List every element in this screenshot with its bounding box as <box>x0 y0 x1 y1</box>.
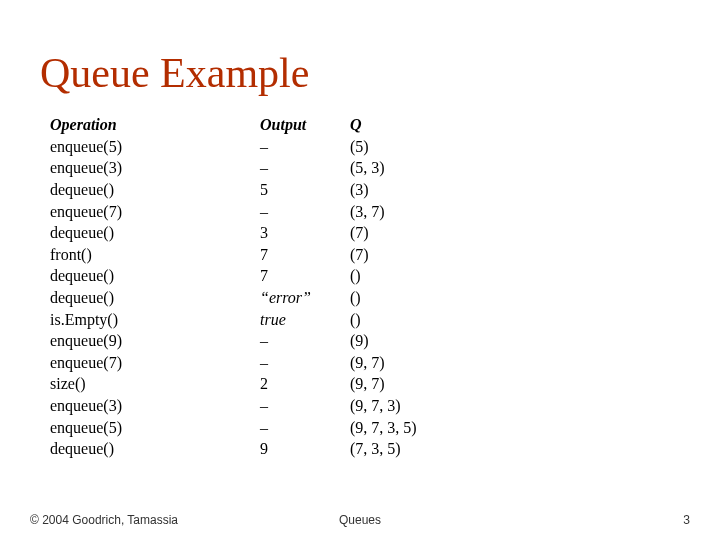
cell-output: – <box>260 395 350 417</box>
cell-operation: dequeue() <box>50 222 260 244</box>
cell-operation: dequeue() <box>50 265 260 287</box>
header-q: Q <box>350 114 530 136</box>
footer-copyright: © 2004 Goodrich, Tamassia <box>30 513 178 527</box>
cell-output: – <box>260 417 350 439</box>
cell-output: 2 <box>260 373 350 395</box>
cell-output: 9 <box>260 438 350 460</box>
col-out-body: ––5–377“error”true––2––9 <box>260 136 350 460</box>
cell-operation: enqueue(5) <box>50 417 260 439</box>
cell-operation: enqueue(7) <box>50 201 260 223</box>
operations-table: Operation enqueue(5)enqueue(3)dequeue()e… <box>50 114 680 460</box>
header-operation: Operation <box>50 114 260 136</box>
cell-operation: enqueue(5) <box>50 136 260 158</box>
cell-output: – <box>260 201 350 223</box>
cell-operation: front() <box>50 244 260 266</box>
cell-output: – <box>260 352 350 374</box>
cell-q: (9, 7) <box>350 373 530 395</box>
cell-operation: is.Empty() <box>50 309 260 331</box>
cell-operation: enqueue(3) <box>50 157 260 179</box>
cell-q: (3, 7) <box>350 201 530 223</box>
cell-output: – <box>260 157 350 179</box>
col-q-body: (5)(5, 3)(3)(3, 7)(7)(7)()()()(9)(9, 7)(… <box>350 136 530 460</box>
cell-q: () <box>350 265 530 287</box>
cell-operation: dequeue() <box>50 438 260 460</box>
slide-content: Queue Example Operation enqueue(5)enqueu… <box>0 0 720 540</box>
cell-q: (9) <box>350 330 530 352</box>
column-output: Output ––5–377“error”true––2––9 <box>260 114 350 460</box>
cell-q: (7) <box>350 222 530 244</box>
cell-q: (5) <box>350 136 530 158</box>
column-operation: Operation enqueue(5)enqueue(3)dequeue()e… <box>50 114 260 460</box>
footer-topic: Queues <box>339 513 381 527</box>
cell-output: 5 <box>260 179 350 201</box>
cell-output: 7 <box>260 265 350 287</box>
cell-output: – <box>260 136 350 158</box>
cell-output: – <box>260 330 350 352</box>
cell-q: (9, 7, 3) <box>350 395 530 417</box>
footer-page-number: 3 <box>683 513 690 527</box>
cell-output: 3 <box>260 222 350 244</box>
cell-q: (9, 7) <box>350 352 530 374</box>
cell-q: (3) <box>350 179 530 201</box>
cell-q: (7) <box>350 244 530 266</box>
cell-operation: dequeue() <box>50 179 260 201</box>
cell-q: (7, 3, 5) <box>350 438 530 460</box>
cell-operation: enqueue(3) <box>50 395 260 417</box>
header-output: Output <box>260 114 350 136</box>
cell-q: () <box>350 287 530 309</box>
col-op-body: enqueue(5)enqueue(3)dequeue()enqueue(7)d… <box>50 136 260 460</box>
cell-operation: enqueue(7) <box>50 352 260 374</box>
cell-operation: size() <box>50 373 260 395</box>
cell-operation: enqueue(9) <box>50 330 260 352</box>
cell-operation: dequeue() <box>50 287 260 309</box>
cell-q: () <box>350 309 530 331</box>
cell-q: (9, 7, 3, 5) <box>350 417 530 439</box>
slide-title: Queue Example <box>40 50 680 96</box>
cell-q: (5, 3) <box>350 157 530 179</box>
cell-output: 7 <box>260 244 350 266</box>
cell-output: “error” <box>260 287 350 309</box>
cell-output: true <box>260 309 350 331</box>
column-q: Q (5)(5, 3)(3)(3, 7)(7)(7)()()()(9)(9, 7… <box>350 114 530 460</box>
